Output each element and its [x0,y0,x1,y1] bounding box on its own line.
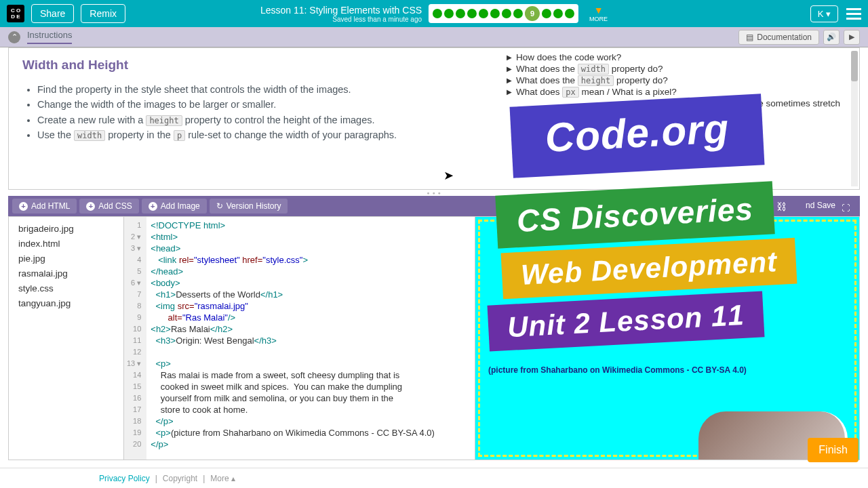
instructions-title: Width and Height [22,58,484,73]
file-item[interactable]: brigadeiro.jpg [18,224,114,234]
play-icon[interactable]: ▶ [844,30,860,45]
faq-item[interactable]: ▶How does the code work? [507,52,850,62]
faq-item[interactable]: ▶What does px mean / What is a pixel? [507,87,850,97]
level-progress[interactable]: 9 [429,4,578,23]
saved-status: Saved less than a minute ago [332,16,422,23]
user-menu[interactable]: K ▾ [810,5,838,22]
file-item[interactable]: rasmalai.jpg [18,268,114,279]
lesson-title: Lesson 11: Styling Elements with CSS [260,5,422,16]
faq-item[interactable]: ▶What does the height property do? [507,75,850,85]
current-level[interactable]: 9 [525,6,540,21]
lesson-header: Lesson 11: Styling Elements with CSS Sav… [260,4,608,23]
privacy-link[interactable]: Privacy Policy [99,474,150,483]
remix-button[interactable]: Remix [81,4,125,23]
version-history-button[interactable]: ↻Version History [210,199,288,214]
more-link[interactable]: More ▴ [210,474,235,483]
file-item[interactable]: tangyuan.jpg [18,298,114,308]
top-bar: C OD E Share Remix Lesson 11: Styling El… [0,0,868,27]
link-icon[interactable]: ⛓ [772,201,791,212]
file-item[interactable]: index.html [18,239,114,249]
bullet: Find the property in the style sheet tha… [37,82,484,97]
instructions-tab[interactable]: Instructions [27,30,72,44]
bullet: Change the width of the images to be lar… [37,97,484,112]
codeorg-logo[interactable]: C OD E [7,5,24,22]
add-html-button[interactable]: +Add HTML [12,199,77,214]
bullet: Create a new rule with a height property… [37,113,484,127]
finish-button[interactable]: Finish [808,438,859,462]
more-levels[interactable]: ▼MORE [589,5,608,22]
scrollbar[interactable] [851,51,858,186]
footer: Privacy Policy | Copyright | More ▴ [0,468,868,488]
share-button[interactable]: Share [31,4,74,23]
instructions-text: Width and Height Find the property in th… [9,48,497,189]
add-css-button[interactable]: +Add CSS [79,199,138,214]
file-list: brigadeiro.jpg index.html pie.jpg rasmal… [9,217,124,460]
book-icon: ▤ [746,33,753,42]
add-image-button[interactable]: +Add Image [142,199,207,214]
sound-icon[interactable]: 🔊 [823,30,840,45]
code-editor[interactable]: 12 ▾3 ▾456 ▾78910111213 ▾14151617181920 … [124,217,475,460]
faq-item[interactable]: ▶What does the width property do? [507,64,850,74]
history-icon: ↻ [216,201,223,211]
file-item[interactable]: pie.jpg [18,253,114,264]
collapse-icon[interactable]: ⌃ [8,31,20,43]
instructions-bar: ⌃ Instructions ▤Documentation 🔊 ▶ [0,27,868,47]
preview-caption: (picture from Shaharbano on Wikimedia Co… [488,365,846,375]
overlay-codeorg: Code.org [510,94,765,178]
bullet: Use the width property in the p rule-set… [37,127,484,142]
copyright-link[interactable]: Copyright [163,474,197,483]
refresh-save-button[interactable]: nd Save [806,201,835,210]
documentation-button[interactable]: ▤Documentation [738,30,819,45]
file-item[interactable]: style.css [18,283,114,293]
hamburger-icon[interactable] [846,8,861,20]
expand-icon[interactable]: ⛶ [838,201,853,216]
